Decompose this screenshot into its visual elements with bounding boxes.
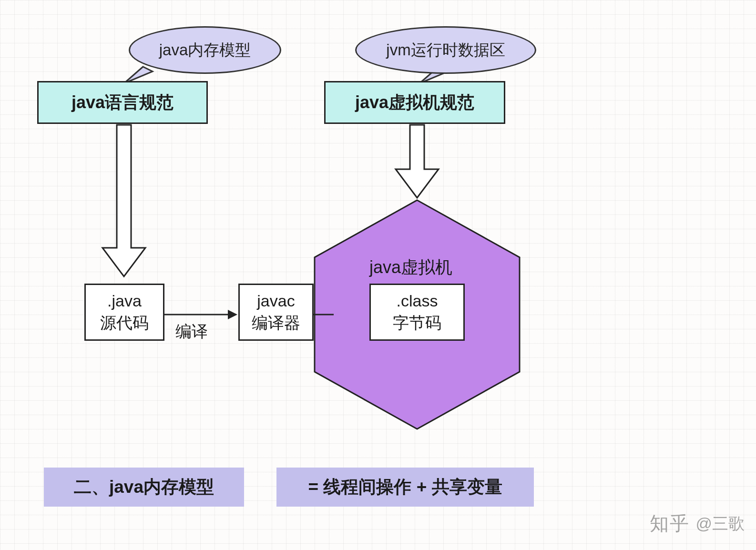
edge-label-compile: 编译	[175, 321, 208, 343]
box-class-bytecode: .class 字节码	[369, 284, 465, 341]
jvm-title: java虚拟机	[369, 256, 452, 279]
callout-text: java内存模型	[159, 40, 251, 61]
box-java-source: .java 源代码	[84, 284, 164, 341]
line1: .class	[397, 290, 438, 312]
arrow-right-down	[396, 125, 439, 198]
box-text: java语言规范	[72, 91, 174, 114]
callout-jvm-runtime-data-area: jvm运行时数据区	[355, 26, 536, 74]
watermark-brand: 知乎	[650, 510, 690, 537]
box-javac-compiler: javac 编译器	[238, 284, 314, 341]
line1: .java	[107, 290, 142, 312]
footer-formula-text: = 线程间操作 + 共享变量	[308, 475, 502, 499]
box-jvm-spec: java虚拟机规范	[324, 81, 505, 124]
line1: javac	[257, 290, 295, 312]
line2: 编译器	[252, 312, 300, 334]
line2: 源代码	[100, 312, 149, 334]
arrow-left-down	[102, 125, 145, 276]
footer-title-text: 二、java内存模型	[74, 475, 214, 499]
watermark: 知乎 @三歌	[650, 510, 745, 537]
footer-formula: = 线程间操作 + 共享变量	[276, 468, 534, 507]
line2: 字节码	[393, 312, 441, 334]
box-java-lang-spec: java语言规范	[37, 81, 208, 124]
arrow-java-to-javac	[164, 310, 237, 319]
watermark-author: @三歌	[695, 513, 745, 535]
callout-text: jvm运行时数据区	[386, 40, 505, 61]
box-text: java虚拟机规范	[355, 91, 474, 114]
callout-java-memory-model: java内存模型	[129, 26, 281, 74]
svg-marker-1	[228, 310, 237, 319]
footer-title: 二、java内存模型	[44, 468, 244, 507]
